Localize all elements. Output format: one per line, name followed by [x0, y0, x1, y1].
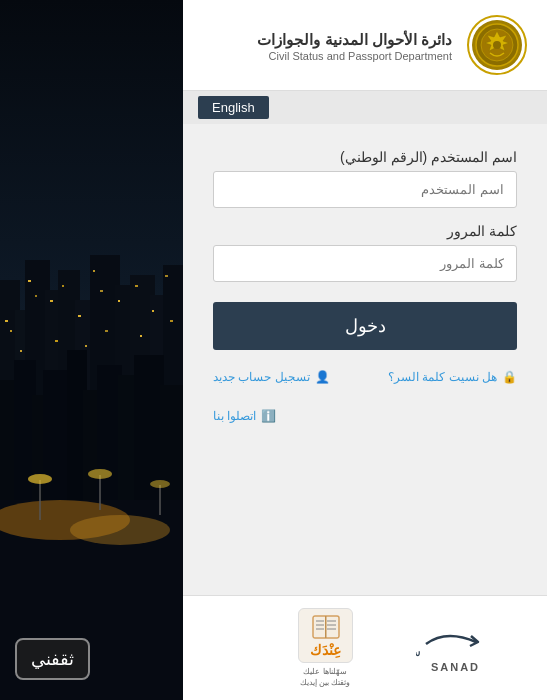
svg-rect-42 [170, 320, 173, 322]
username-label: اسم المستخدم (الرقم الوطني) [213, 149, 517, 165]
contact-link[interactable]: ℹ️ اتصلوا بنا [213, 409, 276, 423]
svg-point-49 [88, 469, 112, 479]
thamali-button[interactable]: ثقفني [15, 638, 90, 680]
svg-text:سند: سند [416, 644, 421, 659]
english-language-button[interactable]: English [198, 96, 269, 119]
forgot-password-text: هل نسيت كلمة السر؟ [388, 370, 497, 384]
svg-rect-39 [85, 345, 87, 347]
andak-sub: سهّلناها عليكوثقتك بين إيديك [300, 667, 350, 688]
svg-point-47 [28, 474, 52, 484]
header-title-english: Civil Status and Passport Department [257, 50, 452, 62]
sanad-text: SANAD [431, 661, 480, 673]
thamali-label: ثقفني [31, 649, 74, 669]
password-input[interactable] [213, 245, 517, 282]
svg-rect-29 [62, 285, 64, 287]
header-title-arabic: دائرة الأحوال المدنية والجوازات [257, 29, 452, 50]
person-icon: 👤 [315, 370, 330, 384]
svg-rect-56 [325, 616, 327, 638]
footer-logos: عِنْدَك سهّلناها عليكوثقتك بين إيديك سند… [183, 595, 547, 700]
password-field-group: كلمة المرور [213, 223, 517, 282]
forgot-password-link[interactable]: 🔒 هل نسيت كلمة السر؟ [388, 370, 517, 384]
andak-arabic-text: عِنْدَك [310, 642, 341, 658]
lock-icon: 🔒 [502, 370, 517, 384]
svg-rect-41 [140, 335, 142, 337]
svg-rect-27 [35, 295, 37, 297]
andak-logo[interactable]: عِنْدَك سهّلناها عليكوثقتك بين إيديك [298, 608, 353, 688]
links-row: 🔒 هل نسيت كلمة السر؟ 👤 تسجيل حساب جديد [213, 365, 517, 389]
svg-rect-32 [100, 290, 103, 292]
logo [467, 15, 527, 75]
city-background: ثقفني [0, 0, 183, 700]
contact-text: اتصلوا بنا [213, 409, 256, 423]
header-text: دائرة الأحوال المدنية والجوازات Civil St… [257, 29, 452, 62]
svg-rect-40 [105, 330, 108, 332]
header: دائرة الأحوال المدنية والجوازات Civil St… [183, 0, 547, 91]
svg-rect-30 [78, 315, 81, 317]
andak-box-inner: عِنْدَك [310, 614, 341, 658]
andak-box: عِنْدَك [298, 608, 353, 663]
username-input[interactable] [213, 171, 517, 208]
sanad-logo[interactable]: سند SANAD [416, 624, 496, 673]
svg-point-54 [493, 41, 501, 49]
svg-rect-38 [55, 340, 58, 342]
login-form: اسم المستخدم (الرقم الوطني) كلمة المرور … [183, 124, 547, 448]
svg-point-51 [150, 480, 170, 488]
login-button[interactable]: دخول [213, 302, 517, 350]
svg-rect-34 [135, 285, 138, 287]
logo-inner [472, 20, 522, 70]
svg-rect-35 [152, 310, 154, 312]
contact-row: ℹ️ اتصلوا بنا [213, 404, 517, 428]
svg-rect-37 [20, 350, 22, 352]
svg-point-45 [70, 515, 170, 545]
register-text: تسجيل حساب جديد [213, 370, 310, 384]
city-image-panel: ثقفني [0, 0, 183, 700]
svg-rect-25 [10, 330, 12, 332]
info-icon: ℹ️ [261, 409, 276, 423]
svg-rect-28 [50, 300, 53, 302]
svg-rect-33 [118, 300, 120, 302]
svg-rect-36 [165, 275, 168, 277]
username-field-group: اسم المستخدم (الرقم الوطني) [213, 149, 517, 208]
password-label: كلمة المرور [213, 223, 517, 239]
language-bar: English [183, 91, 547, 124]
svg-rect-26 [28, 280, 31, 282]
register-link[interactable]: 👤 تسجيل حساب جديد [213, 370, 330, 384]
login-panel: دائرة الأحوال المدنية والجوازات Civil St… [183, 0, 547, 700]
svg-rect-24 [5, 320, 8, 322]
svg-rect-31 [93, 270, 95, 272]
